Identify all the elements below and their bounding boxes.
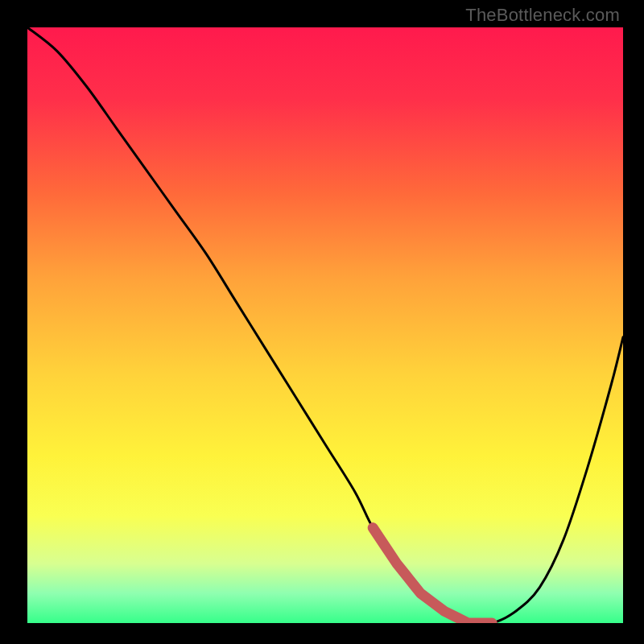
background-gradient [27, 27, 623, 623]
plot-area [27, 27, 623, 623]
gradient-rect [27, 27, 623, 623]
chart-frame: TheBottleneck.com [0, 0, 644, 644]
watermark-text: TheBottleneck.com [465, 5, 620, 26]
